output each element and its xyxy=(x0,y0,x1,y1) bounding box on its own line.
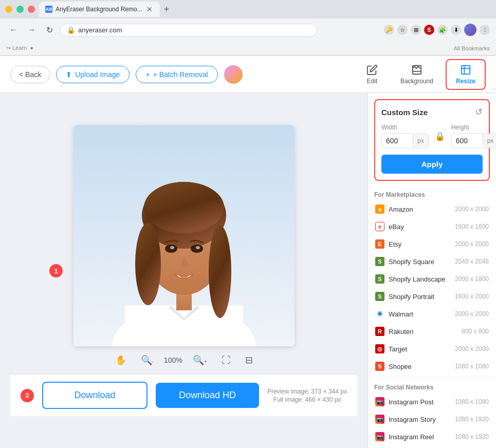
back-button[interactable]: < Back xyxy=(10,66,50,83)
preview-info: Preview image: 373 × 344 px xyxy=(267,388,347,395)
profile-avatar[interactable] xyxy=(464,24,476,36)
split-view-button[interactable]: ⊟ xyxy=(241,352,257,368)
batch-label: + Batch Removal xyxy=(153,70,208,79)
height-label: Height xyxy=(451,124,496,131)
address-bar[interactable]: 🔒 anyeraser.com xyxy=(60,24,317,36)
etsy-icon: E xyxy=(375,239,384,249)
tab-resize[interactable]: Resize xyxy=(446,59,486,90)
canvas-area: 1 xyxy=(0,93,368,448)
etsy-size: 2000 x 2000 xyxy=(455,240,489,248)
apply-button[interactable]: Apply xyxy=(381,155,483,174)
marketplace-ebay[interactable]: e eBay 1600 x 1600 xyxy=(368,218,496,235)
extension-puzzle-icon[interactable]: 🧩 xyxy=(437,25,448,35)
social-instagram-reel[interactable]: 📷 Instagram Reel 1080 x 1920 xyxy=(368,428,496,445)
ebay-icon: e xyxy=(375,222,384,231)
marketplace-amazon[interactable]: a Amazon 2000 x 2000 xyxy=(368,200,496,218)
zoom-out-button[interactable]: 🔍- xyxy=(137,352,158,368)
download-button[interactable]: Download xyxy=(42,382,148,409)
walmart-name: Walmart xyxy=(389,310,451,318)
url-text: anyeraser.com xyxy=(78,26,122,34)
all-bookmarks: All Bookmarks xyxy=(454,45,490,51)
download-bar: 2 Download Download HD Preview image: 37… xyxy=(10,374,357,416)
menu-dots-icon[interactable]: ⋮ xyxy=(480,25,490,35)
browser-titlebar: AB AnyEraser Background Remo... ✕ + xyxy=(0,0,496,18)
step1-badge: 1 xyxy=(49,264,63,277)
new-tab-button[interactable]: + xyxy=(162,2,172,17)
instagram-story-icon: 📷 xyxy=(375,415,384,424)
instagram-reel-icon: 📷 xyxy=(375,432,384,441)
image-container xyxy=(74,125,295,346)
minimize-button[interactable] xyxy=(5,6,12,13)
reload-button[interactable]: ↻ xyxy=(43,23,56,37)
maximize-button[interactable] xyxy=(16,6,24,13)
lock-icon: 🔒 xyxy=(67,26,75,34)
resize-icon xyxy=(460,64,471,76)
close-button[interactable] xyxy=(28,6,35,13)
marketplace-walmart[interactable]: ✳ Walmart 2000 x 2000 xyxy=(368,305,496,323)
active-tab[interactable]: AB AnyEraser Background Remo... ✕ xyxy=(39,2,160,17)
person-image xyxy=(74,125,295,346)
tab-edit[interactable]: Edit xyxy=(356,59,388,90)
height-input[interactable] xyxy=(452,134,483,148)
social-instagram-post[interactable]: 📷 Instagram Post 1080 x 1080 xyxy=(368,393,496,410)
grid-icon[interactable]: ⊞ xyxy=(411,25,421,35)
shopee-size: 1080 x 1080 xyxy=(455,363,489,370)
walmart-icon: ✳ xyxy=(375,309,384,319)
svg-rect-2 xyxy=(462,65,470,74)
walmart-size: 2000 x 2000 xyxy=(455,310,489,318)
back-nav-button[interactable]: ← xyxy=(6,23,21,36)
size-inputs: Width px 🔒 Height px xyxy=(381,124,483,148)
marketplace-shopify-landscape[interactable]: S Shopify Landscape 2000 x 1800 xyxy=(368,270,496,288)
fit-button[interactable]: ⛶ xyxy=(217,353,235,368)
edit-icon xyxy=(366,64,378,76)
amazon-name: Amazon xyxy=(389,206,451,213)
target-name: Target xyxy=(389,345,451,353)
browser-tabs: AB AnyEraser Background Remo... ✕ + xyxy=(39,2,171,17)
marketplace-shopify-square[interactable]: S Shopify Square 2048 x 2048 xyxy=(368,253,496,270)
amazon-icon: a xyxy=(375,204,384,214)
instagram-post-size: 1080 x 1080 xyxy=(455,398,489,405)
reset-button[interactable]: ↺ xyxy=(475,106,483,118)
instagram-reel-size: 1080 x 1920 xyxy=(455,433,489,440)
tab-background[interactable]: Background xyxy=(390,59,444,90)
social-list: 📷 Instagram Post 1080 x 1080 📷 Instagram… xyxy=(368,393,496,445)
tab-close-button[interactable]: ✕ xyxy=(145,4,154,14)
etsy-name: Etsy xyxy=(389,240,451,248)
s-extension-icon[interactable]: S xyxy=(424,25,434,35)
marketplace-rakuten[interactable]: R Rakuten 800 x 800 xyxy=(368,323,496,340)
width-input[interactable] xyxy=(382,134,413,148)
shopify-portrait-icon: S xyxy=(375,292,384,301)
marketplace-shopify-portrait[interactable]: S Shopify Portrait 1600 x 2000 xyxy=(368,288,496,305)
download-nav-icon[interactable]: ⬇ xyxy=(451,25,461,35)
image-info: Preview image: 373 × 344 px Full image: … xyxy=(267,388,347,403)
zoom-in-button[interactable]: 🔍+ xyxy=(189,352,211,368)
instagram-story-name: Instagram Story xyxy=(389,416,451,423)
svg-point-11 xyxy=(144,182,224,233)
social-instagram-story[interactable]: 📷 Instagram Story 1080 x 1920 xyxy=(368,410,496,428)
batch-removal-button[interactable]: + + Batch Removal xyxy=(136,66,217,83)
forward-nav-button[interactable]: → xyxy=(25,23,39,36)
download-hd-button[interactable]: Download HD xyxy=(156,383,259,408)
marketplace-shopee[interactable]: S Shopee 1080 x 1080 xyxy=(368,358,496,375)
ebay-name: eBay xyxy=(389,223,451,231)
address-bar-row: ← → ↻ 🔒 anyeraser.com 🔑 ☆ ⊞ S 🧩 ⬇ ⋮ xyxy=(0,18,496,41)
amazon-size: 2000 x 2000 xyxy=(455,206,489,213)
marketplace-target[interactable]: ◎ Target 2000 x 2000 xyxy=(368,340,496,358)
upload-label: Upload Image xyxy=(75,70,120,79)
rakuten-icon: R xyxy=(375,327,384,336)
pan-button[interactable]: ✋ xyxy=(111,352,131,368)
marketplace-etsy[interactable]: E Etsy 2000 x 2000 xyxy=(368,235,496,253)
tab-title: AnyEraser Background Remo... xyxy=(56,6,142,13)
bookmarks-text: ↪ Learn ● xyxy=(6,45,33,51)
tab-favicon: AB xyxy=(45,6,52,13)
height-field: px xyxy=(451,133,496,148)
instagram-post-icon: 📷 xyxy=(375,397,384,406)
shopify-square-size: 2048 x 2048 xyxy=(455,258,489,265)
marketplace-list: a Amazon 2000 x 2000 e eBay 1600 x 1600 … xyxy=(368,200,496,375)
star-icon[interactable]: ☆ xyxy=(397,25,408,35)
lock-icon[interactable]: 🔒 xyxy=(433,132,447,141)
custom-size-title: Custom Size ↺ xyxy=(381,106,483,118)
upload-image-button[interactable]: ⬆ Upload Image xyxy=(56,66,130,83)
user-avatar xyxy=(224,65,243,84)
instagram-story-size: 1080 x 1920 xyxy=(455,416,489,423)
